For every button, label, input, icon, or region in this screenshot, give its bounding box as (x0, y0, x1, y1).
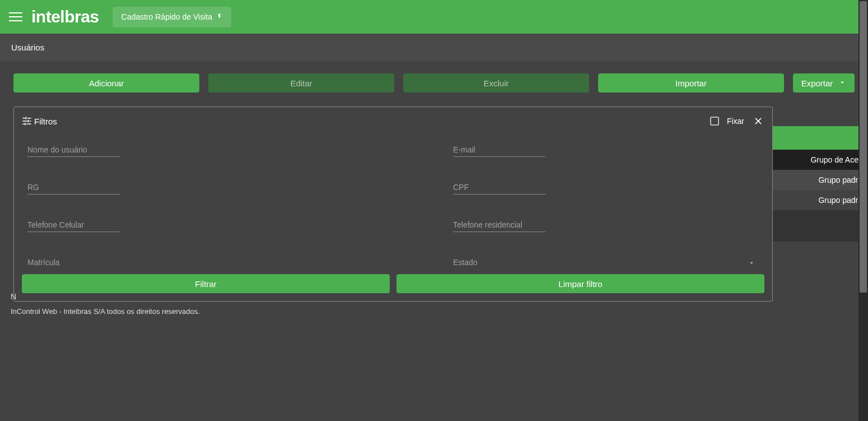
svg-rect-4 (30, 121, 31, 122)
delete-button[interactable]: Excluir (403, 73, 589, 92)
registration-label: Matrícula (27, 258, 120, 267)
quick-visit-button[interactable]: Cadastro Rápido de Visita (113, 7, 231, 27)
filter-button[interactable]: Filtrar (22, 274, 390, 293)
add-button[interactable]: Adicionar (13, 73, 199, 92)
clear-filter-button[interactable]: Limpar filtro (396, 274, 764, 293)
filters-title-label: Filtros (34, 117, 57, 126)
quick-visit-label: Cadastro Rápido de Visita (122, 12, 212, 21)
svg-rect-7 (26, 124, 31, 125)
actions-row: Adicionar Editar Excluir Importar Export… (0, 61, 868, 99)
svg-rect-0 (23, 118, 26, 119)
state-label: Estado (453, 258, 755, 267)
filters-actions: Filtrar Limpar filtro (22, 274, 764, 293)
registration-field[interactable]: Matrícula (27, 258, 120, 267)
page-title: Usuários (0, 34, 868, 61)
username-label: Nome do usuário (27, 145, 120, 156)
close-icon[interactable] (752, 115, 764, 127)
filters-panel: Filtros Fixar Nome do usuário E-mail RG (13, 107, 773, 302)
scrollbar-thumb[interactable] (860, 1, 867, 293)
top-bar: intelbras Cadastro Rápido de Visita (0, 0, 868, 34)
pin-label: Fixar (727, 117, 744, 126)
pagination-fragment: N (11, 292, 16, 301)
menu-icon[interactable] (9, 10, 22, 24)
cell-group-value: Grupo padrã (818, 175, 862, 184)
footer-text: InControl Web - Intelbras S/A todos os d… (11, 307, 200, 316)
rg-label: RG (27, 183, 120, 194)
cellphone-label: Telefone Celular (27, 220, 120, 232)
import-button[interactable]: Importar (598, 73, 784, 92)
filters-body[interactable]: Nome do usuário E-mail RG CPF Telefone C… (22, 138, 764, 267)
state-select[interactable]: Estado (453, 258, 755, 267)
export-button[interactable]: Exportar (793, 73, 855, 92)
svg-rect-1 (27, 118, 31, 119)
pin-checkbox[interactable] (710, 117, 719, 126)
edit-button[interactable]: Editar (208, 73, 394, 92)
tune-icon (22, 116, 32, 126)
chevron-down-icon (748, 259, 755, 267)
cellphone-field[interactable]: Telefone Celular (27, 220, 120, 232)
svg-rect-8 (25, 123, 26, 126)
filters-title: Filtros (22, 116, 57, 126)
homephone-field[interactable]: Telefone residencial (453, 220, 545, 232)
filters-grid: Nome do usuário E-mail RG CPF Telefone C… (22, 138, 761, 267)
svg-rect-3 (23, 121, 29, 122)
email-field[interactable]: E-mail (453, 145, 545, 157)
filters-header-right: Fixar (710, 115, 764, 127)
bolt-icon (217, 12, 222, 22)
chevron-down-icon (838, 78, 846, 88)
svg-rect-5 (28, 120, 29, 123)
svg-rect-6 (23, 124, 25, 125)
email-label: E-mail (453, 145, 545, 156)
brand-logo: intelbras (31, 7, 99, 26)
rg-field[interactable]: RG (27, 183, 120, 195)
cell-group-value: Grupo padrã (818, 196, 862, 205)
username-field[interactable]: Nome do usuário (27, 145, 120, 157)
column-group-header: Grupo de Aces (810, 155, 862, 164)
export-label: Exportar (801, 78, 833, 88)
homephone-label: Telefone residencial (453, 220, 545, 232)
cpf-label: CPF (453, 183, 545, 194)
cpf-field[interactable]: CPF (453, 183, 545, 195)
filters-header: Filtros Fixar (22, 115, 764, 127)
svg-rect-2 (26, 117, 27, 120)
